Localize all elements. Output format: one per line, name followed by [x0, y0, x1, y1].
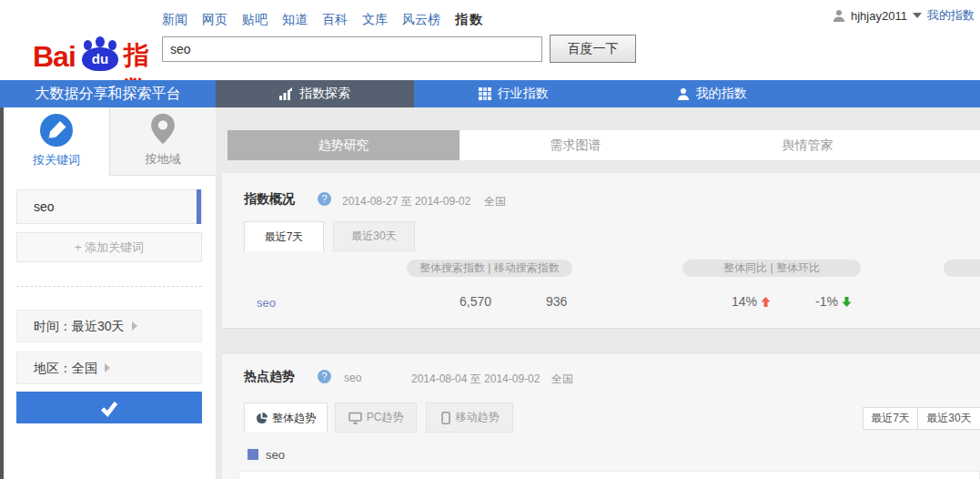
legend-color-swatch: [248, 449, 258, 460]
mobile-phone-icon: [440, 412, 451, 424]
trend-tab-mobile[interactable]: 移动趋势: [426, 403, 513, 433]
sidebar-divider: [16, 286, 202, 287]
top-nav: 新闻 网页 贴吧 知道 百科 文库 风云榜 指数: [162, 12, 484, 28]
navbar-tab-label: 指数探索: [299, 86, 350, 102]
column-header-compare: 整体同比 | 整体环比: [682, 260, 861, 277]
overview-tab-last30days[interactable]: 最近30天: [333, 221, 415, 251]
trend-tab-label: 移动趋势: [456, 403, 500, 432]
confirm-button[interactable]: [16, 392, 202, 423]
checkmark-icon: [97, 396, 121, 420]
platform-title: 大数据分享和探索平台: [0, 80, 216, 107]
monitor-icon: [349, 412, 362, 424]
nav-link-web[interactable]: 网页: [202, 12, 227, 28]
my-index-link[interactable]: 我的指数: [927, 7, 975, 24]
trend-tab-overall[interactable]: 整体趋势: [244, 403, 328, 433]
baidu-index-page: Bai du 指数 新闻 网页 贴吧 知道 百科 文库 风云榜 指数 百度一下 …: [0, 0, 980, 479]
top-header: Bai du 指数 新闻 网页 贴吧 知道 百科 文库 风云榜 指数 百度一下 …: [0, 0, 980, 80]
column-header-partial: [944, 260, 980, 277]
sidebar-tab-by-region[interactable]: 按地域: [109, 107, 216, 176]
person-icon: [677, 87, 690, 101]
trend-tab-label: PC趋势: [367, 403, 404, 432]
user-dropdown-caret-icon[interactable]: [913, 13, 922, 18]
navbar-tab-my-index[interactable]: 我的指数: [612, 80, 811, 107]
sidebar-tab-label: 按地域: [110, 151, 216, 168]
add-keyword-button[interactable]: + 添加关键词: [16, 232, 202, 262]
navbar-tab-label: 行业指数: [498, 86, 549, 102]
up-arrow-icon: [761, 297, 771, 307]
search-input[interactable]: [162, 36, 542, 62]
mobile-search-index-value: 936: [546, 294, 567, 309]
region-filter-button[interactable]: 地区：全国: [16, 352, 202, 384]
user-area: hjhjay2011 我的指数: [833, 7, 975, 24]
time-filter-button[interactable]: 时间：最近30天: [16, 310, 202, 342]
username[interactable]: hjhjay2011: [851, 9, 907, 23]
yoy-value: 14%: [732, 294, 771, 309]
nav-link-fengyunbang[interactable]: 风云榜: [402, 12, 440, 28]
nav-link-baike[interactable]: 百科: [322, 12, 348, 28]
overview-title: 指数概况: [244, 191, 295, 208]
baidu-search-button[interactable]: 百度一下: [550, 35, 636, 63]
keyword-accent-bar: [197, 189, 201, 224]
row-keyword-link[interactable]: seo: [257, 296, 276, 310]
trend-keyword: seo: [344, 372, 361, 384]
nav-link-zhidao[interactable]: 知道: [282, 12, 308, 28]
tab-sentiment-manager[interactable]: 舆情管家: [692, 130, 924, 160]
navbar-tab-label: 我的指数: [696, 86, 747, 102]
sidebar: 按关键词 按地域 + 添加关键词 时间：最近30天 地区：全国: [4, 107, 216, 479]
trend-title: 热点趋势: [244, 369, 295, 385]
logo-text-du: du: [82, 47, 118, 71]
time-filter-label: 时间：最近30天: [34, 319, 125, 333]
help-icon[interactable]: ?: [318, 370, 331, 383]
main-tabs: 趋势研究 需求图谱 舆情管家: [227, 130, 980, 160]
overview-tab-last7days[interactable]: 最近7天: [244, 221, 324, 251]
baidu-index-logo[interactable]: Bai du 指数: [33, 24, 160, 71]
tab-demand-map[interactable]: 需求图谱: [460, 130, 692, 160]
hot-trend-card: 热点趋势 ? seo 2014-08-04 至 2014-09-02 全国 整体…: [222, 354, 980, 479]
logo-text-bai: Bai: [33, 40, 76, 74]
overall-search-index-value: 6,570: [460, 294, 491, 309]
trend-period-7days-button[interactable]: 最近7天: [863, 407, 918, 430]
trend-date-range: 2014-08-04 至 2014-09-02: [411, 372, 540, 387]
keyword-input[interactable]: [34, 190, 179, 223]
chevron-right-icon: [132, 321, 137, 331]
sidebar-tab-by-keyword[interactable]: 按关键词: [4, 107, 109, 176]
tab-trend-research[interactable]: 趋势研究: [227, 130, 460, 160]
navbar-tab-industry-index[interactable]: 行业指数: [414, 80, 612, 107]
nav-link-news[interactable]: 新闻: [162, 12, 187, 28]
trend-period-30days-button[interactable]: 最近30天: [917, 407, 980, 430]
trend-tab-pc[interactable]: PC趋势: [335, 403, 417, 433]
index-overview-card: 指数概况 ? 2014-08-27 至 2014-09-02 全国 最近7天 最…: [222, 173, 980, 329]
mom-value: -1%: [815, 294, 852, 309]
location-pin-icon: [149, 113, 177, 149]
column-header-search-index: 整体搜索指数 | 移动搜索指数: [407, 260, 572, 277]
trend-chart-area: [238, 471, 980, 479]
help-icon[interactable]: ?: [318, 192, 331, 206]
platform-navbar: 大数据分享和探索平台 指数探索 行业指数 我的指数: [0, 80, 980, 107]
keyword-box: [16, 189, 202, 224]
bar-chart-icon: [279, 87, 293, 100]
legend-label: seo: [266, 448, 285, 462]
pie-chart-icon: [256, 413, 268, 424]
baidu-paw-icon: du: [80, 36, 120, 71]
nav-current-zhishu: 指数: [455, 12, 484, 28]
nav-link-wenku[interactable]: 文库: [362, 12, 388, 28]
overview-region: 全国: [484, 194, 506, 209]
nav-link-tieba[interactable]: 贴吧: [242, 12, 268, 28]
user-icon: [833, 9, 845, 23]
overview-date-range: 2014-08-27 至 2014-09-02: [342, 194, 470, 209]
trend-tab-label: 整体趋势: [272, 404, 316, 433]
chevron-right-icon: [105, 363, 110, 372]
grid-icon: [479, 87, 491, 100]
sidebar-tab-label: 按关键词: [4, 152, 109, 168]
down-arrow-icon: [842, 297, 852, 307]
keyword-pencil-icon: [39, 113, 74, 151]
trend-region: 全国: [551, 372, 573, 387]
navbar-tab-index-explore[interactable]: 指数探索: [216, 80, 414, 107]
region-filter-label: 地区：全国: [34, 361, 97, 375]
